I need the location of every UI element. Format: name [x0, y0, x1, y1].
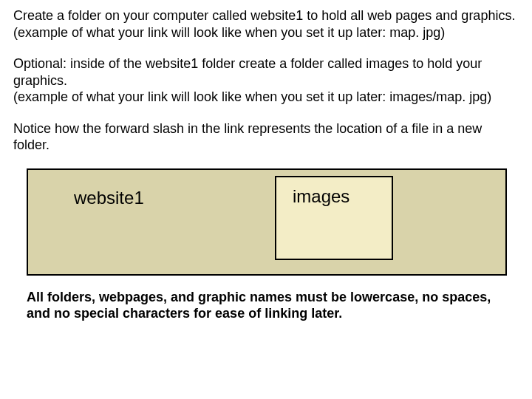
text-line: Optional: inside of the website1 folder …: [13, 56, 482, 88]
text-line: Create a folder on your computer called …: [13, 8, 515, 23]
folder-label-website1: website1: [74, 188, 144, 208]
text-line: (example of what your link will look lik…: [13, 25, 445, 40]
text-line: (example of what your link will look lik…: [13, 89, 491, 104]
instruction-paragraph-1: Create a folder on your computer called …: [13, 7, 516, 41]
naming-rule-note: All folders, webpages, and graphic names…: [27, 289, 505, 322]
folder-images: images: [275, 176, 393, 260]
instruction-paragraph-2: Optional: inside of the website1 folder …: [13, 55, 516, 106]
folder-website1: website1 images: [27, 168, 507, 276]
folder-diagram: website1 images: [27, 168, 505, 276]
instruction-paragraph-3: Notice how the forward slash in the link…: [13, 120, 516, 154]
folder-label-images: images: [293, 186, 349, 207]
document-page: Create a folder on your computer called …: [0, 0, 532, 322]
